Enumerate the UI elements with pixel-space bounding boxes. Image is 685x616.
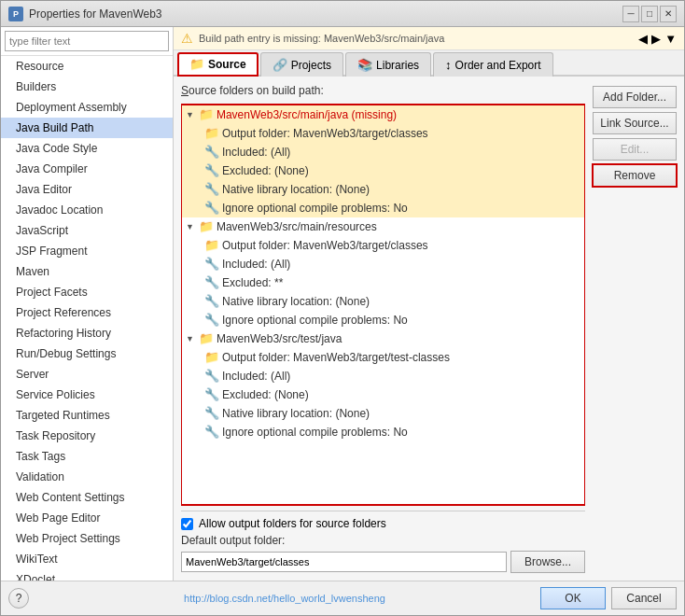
tree-item[interactable]: ▼📁MavenWeb3/src/main/resources: [182, 217, 584, 236]
output-folder-input[interactable]: [181, 552, 507, 572]
browse-button[interactable]: Browse...: [510, 551, 585, 573]
tree-container[interactable]: ▼📁MavenWeb3/src/main/java (missing)📁Outp…: [181, 105, 585, 505]
help-button[interactable]: ?: [8, 588, 29, 609]
tab-source[interactable]: 📁Source: [177, 52, 259, 77]
source-folders-label: Source folders on build path:: [181, 84, 585, 97]
tree-item[interactable]: 🔧Native library location: (None): [182, 180, 584, 199]
output-folder-label: Default output folder:: [181, 534, 585, 547]
tree-item[interactable]: 🔧Excluded: **: [182, 273, 584, 292]
sidebar-item-web-page-editor[interactable]: Web Page Editor: [1, 508, 173, 528]
filter-box: [1, 27, 173, 56]
sidebar-item-task-repository[interactable]: Task Repository: [1, 426, 173, 446]
warning-bar: ⚠ Build path entry is missing: MavenWeb3…: [174, 27, 684, 50]
sidebar-item-builders[interactable]: Builders: [1, 77, 173, 97]
sidebar-item-resource[interactable]: Resource: [1, 56, 173, 77]
tab-label-libraries: Libraries: [376, 59, 419, 72]
minimize-button[interactable]: ─: [622, 6, 639, 22]
sidebar-item-javadoc-location[interactable]: Javadoc Location: [1, 200, 173, 220]
tree-item-label: Ignore optional compile problems: No: [222, 424, 408, 441]
nav-down-button[interactable]: ▼: [664, 32, 677, 46]
sidebar-item-run/debug-settings[interactable]: Run/Debug Settings: [1, 343, 173, 364]
sidebar-item-web-content-settings[interactable]: Web Content Settings: [1, 487, 173, 508]
tree-item[interactable]: 🔧Ignore optional compile problems: No: [182, 199, 584, 217]
tab-order-and-export[interactable]: ↕Order and Export: [433, 52, 553, 77]
tree-item-icon: 🔧: [204, 144, 219, 161]
sidebar-item-service-policies[interactable]: Service Policies: [1, 385, 173, 405]
tree-item[interactable]: 🔧Excluded: (None): [182, 385, 584, 404]
sidebar-item-server[interactable]: Server: [1, 364, 173, 385]
tree-item[interactable]: 🔧Ignore optional compile problems: No: [182, 423, 584, 441]
sidebar-item-task-tags[interactable]: Task Tags: [1, 446, 173, 467]
source-folders-text: ource folders on build path:: [189, 84, 324, 97]
sidebar-item-wikitext[interactable]: WikiText: [1, 549, 173, 569]
tree-item-label: Native library location: (None): [222, 181, 370, 198]
tree-item[interactable]: 📁Output folder: MavenWeb3/target/classes: [182, 124, 584, 143]
add-folder-button[interactable]: Add Folder...: [593, 86, 677, 108]
tree-item[interactable]: 🔧Included: (All): [182, 255, 584, 273]
tree-item-content: 📁Output folder: MavenWeb3/target/classes: [204, 125, 580, 142]
title-bar: P Properties for MavenWeb3 ─ □ ✕: [1, 1, 684, 27]
tree-item[interactable]: 📁Output folder: MavenWeb3/target/classes: [182, 236, 584, 255]
window-title: Properties for MavenWeb3: [29, 7, 162, 21]
sidebar-item-web-project-settings[interactable]: Web Project Settings: [1, 528, 173, 549]
tree-item[interactable]: 🔧Excluded: (None): [182, 161, 584, 180]
close-button[interactable]: ✕: [660, 6, 677, 22]
maximize-button[interactable]: □: [641, 6, 658, 22]
sidebar-item-refactoring-history[interactable]: Refactoring History: [1, 323, 173, 343]
sidebar-item-deployment-assembly[interactable]: Deployment Assembly: [1, 97, 173, 118]
tree-item[interactable]: ▼📁MavenWeb3/src/main/java (missing): [182, 105, 584, 124]
title-bar-left: P Properties for MavenWeb3: [8, 7, 162, 21]
tree-item-label: Excluded: (None): [222, 162, 309, 179]
sidebar-item-maven[interactable]: Maven: [1, 261, 173, 282]
sidebar-item-java-code-style[interactable]: Java Code Style: [1, 138, 173, 159]
watermark: http://blog.csdn.net/hello_world_lvwensh…: [29, 593, 540, 604]
sidebar-item-jsp-fragment[interactable]: JSP Fragment: [1, 241, 173, 261]
tree-item-icon: 🔧: [204, 274, 219, 291]
tab-icon-order and export: ↕: [445, 58, 452, 72]
tree-item[interactable]: 🔧Included: (All): [182, 143, 584, 161]
sidebar-item-xdoclet[interactable]: XDoclet: [1, 569, 173, 581]
tree-item-icon: 🔧: [204, 386, 219, 403]
sidebar-item-java-editor[interactable]: Java Editor: [1, 179, 173, 200]
tree-item[interactable]: ▼📁MavenWeb3/src/test/java: [182, 329, 584, 348]
filter-input[interactable]: [5, 31, 169, 51]
nav-back-button[interactable]: ◀: [638, 32, 648, 46]
warning-icon: ⚠: [181, 31, 193, 46]
cancel-button[interactable]: Cancel: [611, 587, 677, 609]
tree-item[interactable]: 🔧Ignore optional compile problems: No: [182, 311, 584, 329]
tree-item-icon: 📁: [204, 349, 219, 366]
tree-item-label: Included: (All): [222, 256, 290, 273]
bottom-bar-left: ?: [8, 588, 29, 609]
tree-item-label: Native library location: (None): [222, 293, 370, 310]
link-source-button[interactable]: Link Source...: [593, 112, 677, 134]
tree-item[interactable]: 🔧Native library location: (None): [182, 404, 584, 423]
remove-button[interactable]: Remove: [593, 164, 677, 187]
tab-icon-projects: 🔗: [273, 58, 287, 72]
sidebar-item-project-references[interactable]: Project References: [1, 302, 173, 323]
dialog-buttons: OK Cancel: [540, 587, 677, 609]
edit-button[interactable]: Edit...: [593, 138, 677, 161]
sidebar-item-java-build-path[interactable]: Java Build Path: [1, 118, 173, 138]
tree-item-icon: 🔧: [204, 200, 219, 217]
tree-item[interactable]: 🔧Native library location: (None): [182, 292, 584, 311]
tree-item-content: ▼📁MavenWeb3/src/test/java: [186, 330, 580, 347]
right-buttons: Add Folder... Link Source... Edit... Rem…: [593, 84, 677, 573]
tree-item-icon: 🔧: [204, 405, 219, 422]
tab-libraries[interactable]: 📚Libraries: [345, 52, 431, 77]
allow-output-label: Allow output folders for source folders: [199, 517, 386, 530]
nav-forward-button[interactable]: ▶: [651, 32, 661, 46]
sidebar-item-validation[interactable]: Validation: [1, 467, 173, 487]
sidebar-item-targeted-runtimes[interactable]: Targeted Runtimes: [1, 405, 173, 426]
tree-item-label: MavenWeb3/src/main/resources: [217, 218, 377, 235]
tab-projects[interactable]: 🔗Projects: [260, 52, 343, 77]
sidebar: ResourceBuildersDeployment AssemblyJava …: [1, 27, 174, 581]
tree-item[interactable]: 📁Output folder: MavenWeb3/target/test-cl…: [182, 348, 584, 367]
sidebar-item-javascript[interactable]: JavaScript: [1, 220, 173, 241]
sidebar-item-java-compiler[interactable]: Java Compiler: [1, 159, 173, 179]
warning-text: Build path entry is missing: MavenWeb3/s…: [199, 33, 444, 44]
allow-output-checkbox[interactable]: [181, 518, 193, 530]
tree-item[interactable]: 🔧Included: (All): [182, 367, 584, 385]
tree-item-icon: 🔧: [204, 256, 219, 273]
ok-button[interactable]: OK: [540, 587, 606, 609]
sidebar-item-project-facets[interactable]: Project Facets: [1, 282, 173, 302]
